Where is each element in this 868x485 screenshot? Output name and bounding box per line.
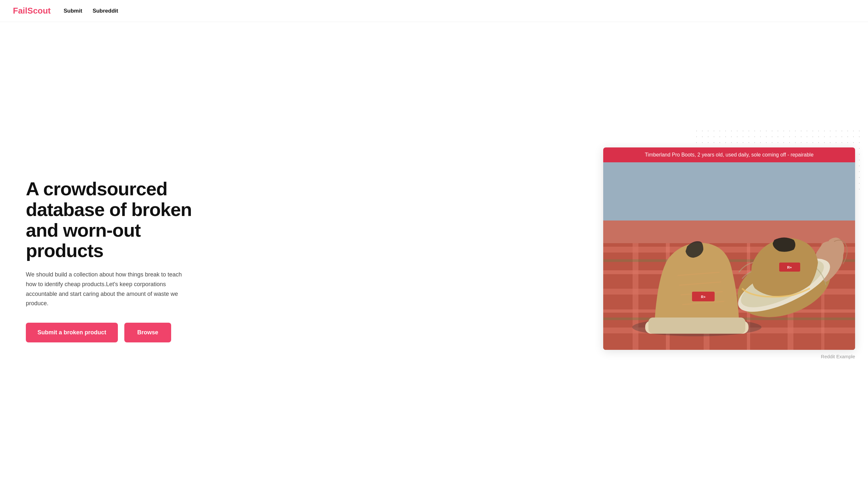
- product-image: R+: [603, 162, 855, 350]
- nav-links: Submit Subreddit: [64, 8, 118, 14]
- source-label: Reddit Example: [821, 350, 855, 361]
- hero-buttons: Submit a broken product Browse: [26, 323, 207, 342]
- logo[interactable]: FailScout: [13, 6, 51, 16]
- hero-right: Timberland Pro Boots, 2 years old, used …: [220, 147, 855, 361]
- svg-text:R+: R+: [787, 265, 792, 269]
- hero-description: We should build a collection about how t…: [26, 270, 194, 309]
- navbar: FailScout Submit Subreddit: [0, 0, 868, 22]
- nav-link-submit[interactable]: Submit: [64, 8, 82, 14]
- svg-text:R+: R+: [701, 295, 706, 299]
- svg-rect-0: [603, 162, 855, 227]
- browse-button[interactable]: Browse: [124, 323, 171, 342]
- svg-rect-18: [648, 317, 745, 334]
- hero-left: A crowdsourced database of broken and wo…: [26, 166, 220, 342]
- product-image-card: Timberland Pro Boots, 2 years old, used …: [603, 147, 855, 350]
- hero-title: A crowdsourced database of broken and wo…: [26, 178, 207, 261]
- submit-button[interactable]: Submit a broken product: [26, 323, 118, 342]
- image-caption: Timberland Pro Boots, 2 years old, used …: [603, 147, 855, 162]
- nav-link-subreddit[interactable]: Subreddit: [93, 8, 118, 14]
- boots-illustration: R+: [603, 162, 855, 350]
- hero-section: A crowdsourced database of broken and wo…: [0, 22, 868, 485]
